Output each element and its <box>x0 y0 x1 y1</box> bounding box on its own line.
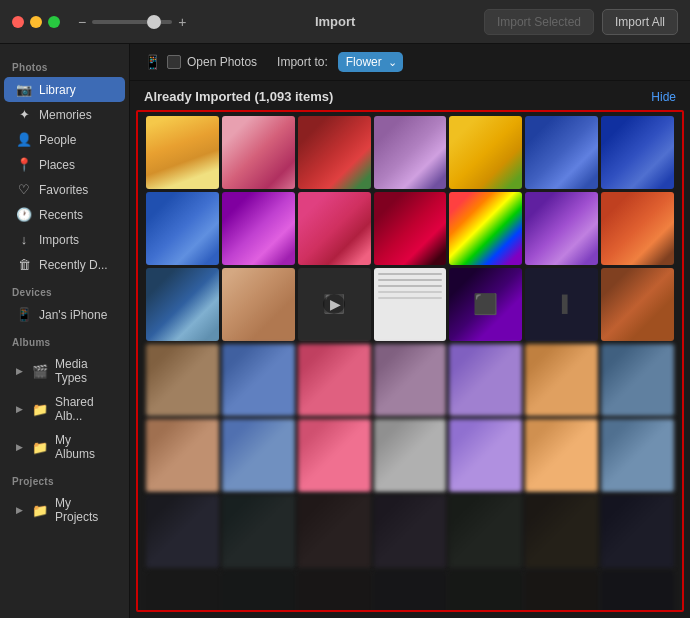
photo-item[interactable] <box>374 571 447 612</box>
sidebar-item-memories[interactable]: ✦ Memories <box>4 102 125 127</box>
photo-item[interactable] <box>298 116 371 189</box>
open-photos-checkbox[interactable] <box>167 55 181 69</box>
photo-item[interactable] <box>298 344 371 417</box>
sidebar-label-recents: Recents <box>39 208 83 222</box>
photo-item[interactable] <box>525 571 598 612</box>
photo-item[interactable] <box>525 344 598 417</box>
photo-item[interactable] <box>449 495 522 568</box>
photo-item[interactable] <box>449 116 522 189</box>
photo-item[interactable] <box>449 419 522 492</box>
import-to-label: Import to: <box>277 55 328 69</box>
photo-item[interactable] <box>298 192 371 265</box>
photo-item[interactable] <box>374 495 447 568</box>
import-selected-button[interactable]: Import Selected <box>484 9 594 35</box>
sidebar-label-shared-albums: Shared Alb... <box>55 395 113 423</box>
photo-item[interactable] <box>222 116 295 189</box>
sidebar-item-recently-deleted[interactable]: 🗑 Recently D... <box>4 252 125 277</box>
sidebar-item-favorites[interactable]: ♡ Favorites <box>4 177 125 202</box>
photo-item[interactable] <box>601 571 674 612</box>
expand-icon-projects: ▶ <box>16 505 23 515</box>
close-button[interactable] <box>12 16 24 28</box>
photo-item[interactable] <box>146 268 219 341</box>
favorites-icon: ♡ <box>16 182 32 197</box>
photo-item[interactable] <box>374 192 447 265</box>
photo-item[interactable] <box>146 344 219 417</box>
photo-grid: ⬛ ⬛ ▐ <box>146 116 674 612</box>
photo-item[interactable] <box>374 116 447 189</box>
photo-item[interactable] <box>601 116 674 189</box>
content-area: 📱 Open Photos Import to: Flower Already … <box>130 44 690 618</box>
photo-item[interactable] <box>525 419 598 492</box>
main-layout: Photos 📷 Library ✦ Memories 👤 People 📍 P… <box>0 44 690 618</box>
trash-icon: 🗑 <box>16 257 32 272</box>
expand-icon-albums: ▶ <box>16 442 23 452</box>
sidebar-item-imports[interactable]: ↓ Imports <box>4 227 125 252</box>
memories-icon: ✦ <box>16 107 32 122</box>
photo-item[interactable] <box>449 192 522 265</box>
sidebar-label-places: Places <box>39 158 75 172</box>
sidebar-item-jans-iphone[interactable]: 📱 Jan's iPhone <box>4 302 125 327</box>
albums-section-label: Albums <box>0 327 129 352</box>
photo-item[interactable] <box>601 344 674 417</box>
photo-item[interactable] <box>525 116 598 189</box>
sidebar-label-favorites: Favorites <box>39 183 88 197</box>
photo-item[interactable] <box>601 495 674 568</box>
photo-item[interactable] <box>222 268 295 341</box>
photo-item[interactable] <box>146 571 219 612</box>
zoom-minus-button[interactable]: − <box>78 14 86 30</box>
photo-item[interactable] <box>449 344 522 417</box>
photo-item[interactable] <box>146 192 219 265</box>
album-select-wrapper[interactable]: Flower <box>338 52 403 72</box>
photo-item[interactable]: ▐ <box>525 268 598 341</box>
photo-item[interactable] <box>374 268 447 341</box>
photo-item[interactable] <box>525 192 598 265</box>
photo-item[interactable] <box>601 419 674 492</box>
sidebar-item-people[interactable]: 👤 People <box>4 127 125 152</box>
sidebar-item-library[interactable]: 📷 Library <box>4 77 125 102</box>
photo-item[interactable] <box>298 571 371 612</box>
window-title: Import <box>196 14 474 29</box>
photo-item[interactable] <box>601 192 674 265</box>
photo-item[interactable] <box>146 495 219 568</box>
zoom-plus-button[interactable]: + <box>178 14 186 30</box>
zoom-thumb[interactable] <box>147 15 161 29</box>
photo-item[interactable] <box>222 192 295 265</box>
photo-item[interactable] <box>146 116 219 189</box>
open-photos-toggle: 📱 Open Photos <box>144 54 257 70</box>
photo-item[interactable]: ⬛ <box>298 268 371 341</box>
sidebar-label-library: Library <box>39 83 76 97</box>
maximize-button[interactable] <box>48 16 60 28</box>
import-all-button[interactable]: Import All <box>602 9 678 35</box>
album-select[interactable]: Flower <box>338 52 403 72</box>
photo-item[interactable] <box>298 419 371 492</box>
hide-link[interactable]: Hide <box>651 90 676 104</box>
photo-item[interactable] <box>146 419 219 492</box>
photo-item[interactable] <box>222 419 295 492</box>
devices-section-label: Devices <box>0 277 129 302</box>
sidebar-item-shared-albums[interactable]: ▶ 📁 Shared Alb... <box>4 390 125 428</box>
sidebar-item-my-albums[interactable]: ▶ 📁 My Albums <box>4 428 125 466</box>
sidebar-item-recents[interactable]: 🕐 Recents <box>4 202 125 227</box>
open-photos-label[interactable]: Open Photos <box>187 55 257 69</box>
minimize-button[interactable] <box>30 16 42 28</box>
photo-item[interactable] <box>449 571 522 612</box>
already-imported-title: Already Imported (1,093 items) <box>144 89 333 104</box>
sidebar-item-my-projects[interactable]: ▶ 📁 My Projects <box>4 491 125 529</box>
photo-item[interactable] <box>601 268 674 341</box>
zoom-slider[interactable] <box>92 20 172 24</box>
places-icon: 📍 <box>16 157 32 172</box>
sidebar-item-media-types[interactable]: ▶ 🎬 Media Types <box>4 352 125 390</box>
photo-item[interactable] <box>374 419 447 492</box>
photo-item[interactable] <box>374 344 447 417</box>
sidebar-item-places[interactable]: 📍 Places <box>4 152 125 177</box>
photo-item[interactable] <box>222 344 295 417</box>
photo-item[interactable] <box>222 495 295 568</box>
already-imported-header: Already Imported (1,093 items) Hide <box>130 81 690 110</box>
photo-item[interactable] <box>222 571 295 612</box>
people-icon: 👤 <box>16 132 32 147</box>
my-albums-icon: 📁 <box>32 440 48 455</box>
photo-item[interactable] <box>298 495 371 568</box>
photo-item[interactable] <box>525 495 598 568</box>
photo-item[interactable]: ⬛ <box>449 268 522 341</box>
photo-grid-container[interactable]: ⬛ ⬛ ▐ <box>136 110 684 612</box>
